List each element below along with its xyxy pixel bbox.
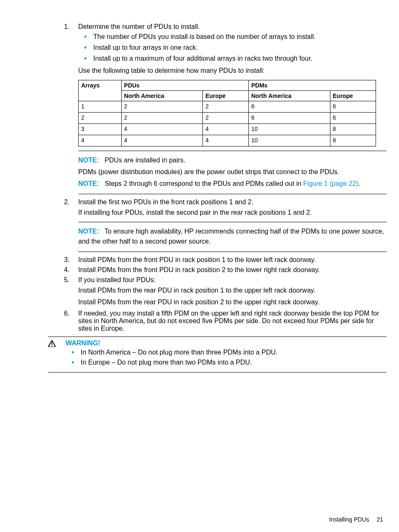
step-text: Install PDMs from the rear PDU in rack p… <box>78 297 386 307</box>
step-5: 5. If you installed four PDUs: Install P… <box>48 276 386 307</box>
table-row: 4 4 4 10 8 <box>79 135 376 146</box>
step-number: 5. <box>64 276 69 284</box>
cell: 4 <box>203 135 248 146</box>
col-pdu-eu: Europe <box>203 91 248 101</box>
bullet: Install up to four arrays in one rack. <box>78 44 386 51</box>
table-row: 3 4 4 10 8 <box>79 124 376 135</box>
col-pdm-na: North America <box>248 91 330 101</box>
warning-item: In Europe – Do not plug more than two PD… <box>66 359 386 366</box>
col-arrays: Arrays <box>79 80 122 101</box>
step-number: 1. <box>64 23 69 31</box>
note-text: Steps 2 through 6 correspond to the PDUs… <box>105 180 303 187</box>
cell: 2 <box>203 101 248 113</box>
warning-label: WARNING! <box>66 339 386 347</box>
note-block-1: NOTE: PDUs are installed in pairs. PDMs … <box>78 151 386 194</box>
note-label: NOTE: <box>78 180 99 187</box>
step-number: 6. <box>64 310 69 317</box>
warning-item: In North America – Do not plug more than… <box>66 349 386 356</box>
step-list: 1. Determine the number of PDUs to insta… <box>48 23 386 76</box>
step-text: Install the first two PDUs in the front … <box>78 198 253 206</box>
cell: 6 <box>330 113 376 124</box>
step-list: 3. Install PDMs from the front PDU in ra… <box>48 256 386 332</box>
table-row: 1 2 2 6 6 <box>79 101 376 113</box>
warning-block: WARNING! In North America – Do not plug … <box>48 337 386 373</box>
cell: 3 <box>79 124 122 135</box>
warning-icon <box>48 339 66 369</box>
note-text: . <box>358 180 360 187</box>
step-text: Install PDMs from the front PDU in rack … <box>78 256 316 263</box>
page-footer: Installing PDUs 21 <box>329 516 383 523</box>
step-number: 3. <box>64 256 69 264</box>
step-number: 4. <box>64 266 69 274</box>
table-row: 2 2 2 6 6 <box>79 113 376 124</box>
warning-list: In North America – Do not plug more than… <box>66 349 386 366</box>
col-pdus: PDUs <box>121 80 248 91</box>
cell: 4 <box>121 124 203 135</box>
col-pdu-na: North America <box>121 91 203 101</box>
cell: 4 <box>79 135 122 146</box>
step-text: If needed, you may install a fifth PDM o… <box>78 310 379 332</box>
note-label: NOTE: <box>78 157 99 164</box>
step-text: If you installed four PDUs: <box>78 276 156 283</box>
step-text: If installing four PDUs, install the sec… <box>78 208 386 218</box>
cell: 8 <box>330 124 376 135</box>
note-text: PDMs (power distribution modules) are th… <box>78 167 386 177</box>
step-text: Install PDMs from the rear PDU in rack p… <box>78 285 386 296</box>
warning-body: WARNING! In North America – Do not plug … <box>66 339 386 369</box>
cell: 6 <box>330 101 376 113</box>
pdu-table: Arrays PDUs PDMs North America Europe No… <box>78 80 376 146</box>
step-4: 4. Install PDMs from the front PDU in ra… <box>48 266 386 274</box>
step-6: 6. If needed, you may install a fifth PD… <box>48 310 386 332</box>
step-text: Install PDMs from the front PDU in rack … <box>78 266 320 273</box>
step-1: 1. Determine the number of PDUs to insta… <box>48 23 386 76</box>
step-2: 2. Install the first two PDUs in the fro… <box>48 198 386 218</box>
cell: 6 <box>248 113 330 124</box>
note-text: PDUs are installed in pairs. <box>105 157 185 164</box>
svg-rect-0 <box>51 342 52 344</box>
cell: 2 <box>203 113 248 124</box>
note-text: To ensure high availability, HP recommen… <box>78 228 384 245</box>
cell: 2 <box>121 101 203 113</box>
step-3: 3. Install PDMs from the front PDU in ra… <box>48 256 386 264</box>
cell: 2 <box>79 113 122 124</box>
step-list: 2. Install the first two PDUs in the fro… <box>48 198 386 218</box>
footer-section: Installing PDUs <box>329 516 369 523</box>
note-label: NOTE: <box>78 228 99 235</box>
step-1-tail: Use the following table to determine how… <box>78 66 386 76</box>
cell: 6 <box>248 101 330 113</box>
step-text: Determine the number of PDUs to install. <box>78 23 200 30</box>
svg-rect-1 <box>51 345 52 346</box>
col-pdms: PDMs <box>248 80 376 91</box>
step-number: 2. <box>64 198 69 206</box>
cell: 1 <box>79 101 122 113</box>
cell: 4 <box>203 124 248 135</box>
figure-link[interactable]: Figure 1 (page 22) <box>303 180 358 187</box>
cell: 10 <box>248 135 330 146</box>
footer-page-number: 21 <box>376 516 383 523</box>
bullet: The number of PDUs you install is based … <box>78 33 386 41</box>
step-1-bullets: The number of PDUs you install is based … <box>78 33 386 62</box>
cell: 4 <box>121 135 203 146</box>
cell: 10 <box>248 124 330 135</box>
bullet: Install up to a maximum of four addition… <box>78 55 386 62</box>
note-block-2: NOTE: To ensure high availability, HP re… <box>78 222 386 252</box>
page: 1. Determine the number of PDUs to insta… <box>0 0 399 532</box>
cell: 2 <box>121 113 203 124</box>
col-pdm-eu: Europe <box>330 91 376 101</box>
cell: 8 <box>330 135 376 146</box>
